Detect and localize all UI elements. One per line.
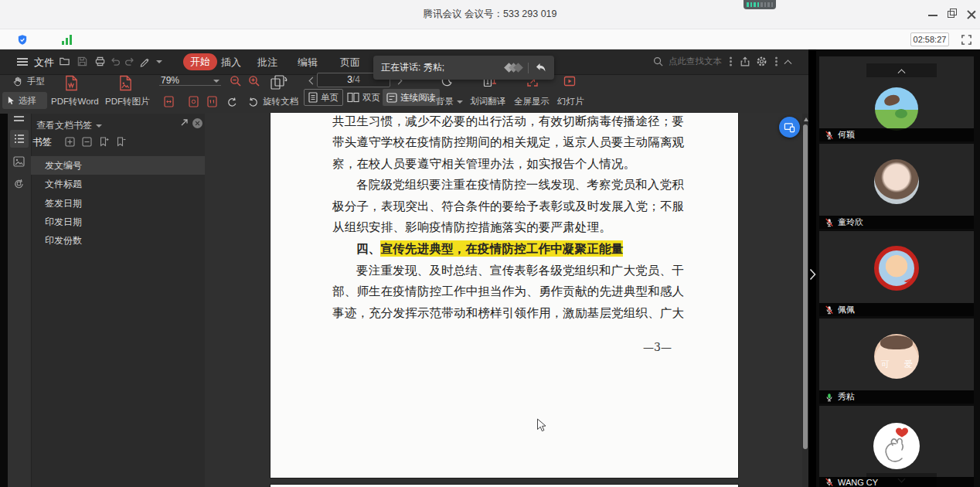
- participants-sidebar: 何颖 童玲欣 佩佩 可 爱: [816, 49, 980, 487]
- doc-line: 部、师生在疫情防控工作中担当作为、勇作贡献的先进典型和感人: [332, 281, 678, 302]
- close-button[interactable]: [965, 9, 978, 21]
- find-text-control[interactable]: 点此查找文本: [653, 56, 791, 67]
- bookmark-item[interactable]: 印发日期: [31, 213, 205, 231]
- bookmark-item[interactable]: 印发份数: [31, 231, 205, 250]
- sidebar-expand-icon[interactable]: [809, 268, 816, 281]
- doc-line: 察，在校人员要遵守相关管理办法，如实报告个人情况。: [332, 154, 678, 175]
- side-rail: [8, 114, 31, 487]
- translate-label[interactable]: 划词翻译: [470, 96, 505, 107]
- tab-start[interactable]: 开始: [183, 53, 217, 70]
- redo-icon[interactable]: [124, 56, 135, 67]
- open-folder-icon[interactable]: [59, 56, 70, 67]
- fullscreen-icon[interactable]: [961, 34, 972, 46]
- pdf-to-word-icon[interactable]: [64, 75, 79, 91]
- bookmark-section-label: 书签: [32, 136, 52, 149]
- participant-tile[interactable]: 童玲欣: [819, 144, 974, 229]
- select-tool[interactable]: 选择: [2, 92, 47, 109]
- page-current: 3: [347, 74, 352, 85]
- panel-close-icon[interactable]: [192, 118, 202, 128]
- collapse-bookmark-icon[interactable]: [82, 137, 92, 147]
- hand-tool[interactable]: 手型: [12, 76, 45, 87]
- participant-tile[interactable]: 佩佩: [819, 231, 974, 316]
- rotate-right-icon[interactable]: [226, 97, 238, 108]
- participant-name: 何颖: [838, 129, 855, 141]
- zoom-out-icon[interactable]: [230, 75, 242, 87]
- tab-page[interactable]: 页面: [340, 56, 360, 70]
- expand-bookmark-icon[interactable]: [65, 137, 75, 147]
- participant-name: WANG CY: [838, 478, 878, 487]
- reply-arrow-icon[interactable]: [535, 63, 546, 73]
- share-icon[interactable]: [740, 56, 750, 67]
- wps-logo-icon: [508, 64, 522, 71]
- sign-pen-icon[interactable]: [139, 56, 151, 67]
- document-viewport[interactable]: 共卫生习惯，减少不必要的出行活动，有效切断病毒传播途径；要 带头遵守学校在疫情防…: [205, 113, 802, 487]
- zoom-level-value[interactable]: 79%: [161, 75, 179, 86]
- restore-button[interactable]: [948, 9, 960, 21]
- rail-menu-icon[interactable]: [14, 116, 24, 117]
- doc-line: 极分子，表现突出、符合条件的要给予表彰或及时发展入党；不服: [332, 196, 678, 217]
- search-placeholder: 点此查找文本: [669, 56, 722, 67]
- slideshow-label[interactable]: 幻灯片: [557, 96, 584, 107]
- panel-header-label: 查看文档书签: [36, 119, 92, 132]
- participant-tile[interactable]: 何颖: [819, 56, 974, 141]
- save-icon[interactable]: [77, 56, 88, 67]
- security-shield-icon[interactable]: [17, 34, 28, 46]
- tab-insert[interactable]: 插入: [221, 56, 241, 70]
- tab-annotate[interactable]: 批注: [257, 56, 277, 70]
- pdf-app-window: 文件 开始 插入 批注 编辑 页面 保护 工具 点此查找文本: [0, 49, 808, 487]
- print-icon[interactable]: [94, 56, 106, 67]
- file-menu[interactable]: 文件: [34, 56, 54, 70]
- background-control[interactable]: 背景: [436, 96, 463, 107]
- search-more-icon[interactable]: [730, 60, 732, 63]
- doc-line: 要注重发现、及时总结、宣传表彰各级党组织和广大党员、干: [332, 261, 678, 281]
- quickbar-dropdown-icon[interactable]: [156, 60, 162, 63]
- bookmark-list-icon: [14, 134, 25, 144]
- participant-name-bar: 童玲欣: [819, 216, 974, 229]
- tab-edit[interactable]: 编辑: [298, 56, 318, 70]
- collapse-videos-button[interactable]: [866, 63, 937, 77]
- rotate-doc-icon[interactable]: [270, 74, 288, 90]
- undo-icon[interactable]: [110, 56, 121, 67]
- thumbnail-panel-icon[interactable]: [13, 156, 25, 167]
- minimize-button[interactable]: [928, 9, 937, 16]
- speaking-toast-text: 正在讲话: 秀粘;: [381, 61, 508, 74]
- settings-gear-icon[interactable]: [756, 56, 767, 67]
- mobile-view-float-button[interactable]: [779, 117, 800, 138]
- single-page-mode[interactable]: 单页: [304, 89, 343, 106]
- avatar-baby-face: 可 爱: [874, 334, 919, 379]
- fit-width-icon[interactable]: [164, 96, 174, 107]
- bookmark-item[interactable]: 发文编号: [31, 156, 205, 175]
- panel-expand-icon[interactable]: [180, 118, 189, 127]
- delete-bookmark-icon[interactable]: [116, 137, 126, 147]
- signal-strength-icon[interactable]: [62, 35, 72, 45]
- bookmark-item[interactable]: 签发日期: [31, 194, 205, 213]
- rotate-doc-label[interactable]: 旋转文档: [263, 96, 298, 107]
- continuous-read-mode[interactable]: 连续阅读: [383, 89, 440, 106]
- pdf-convert-panel-icon[interactable]: [13, 178, 25, 189]
- fullscreen-display-label[interactable]: 全屏显示: [514, 96, 550, 107]
- panel-header[interactable]: 查看文档书签: [36, 119, 102, 132]
- mic-active-icon: [825, 393, 834, 402]
- participant-tile[interactable]: 可 爱 秀粘: [819, 318, 974, 404]
- fit-page-icon[interactable]: [189, 96, 199, 107]
- add-bookmark-icon[interactable]: [99, 137, 109, 147]
- pdf-to-image-label[interactable]: PDF转图片: [105, 96, 150, 107]
- cursor-icon: [7, 96, 15, 106]
- participant-tile[interactable]: WANG CY: [819, 406, 974, 487]
- zoom-dropdown-icon[interactable]: [213, 80, 219, 83]
- actual-size-icon[interactable]: [207, 96, 217, 107]
- mouse-cursor: [536, 418, 546, 433]
- pdf-to-word-label[interactable]: PDF转Word: [51, 96, 99, 107]
- more-options-icon[interactable]: [775, 60, 778, 63]
- zoom-in-icon[interactable]: [248, 75, 260, 87]
- hand-icon: [12, 76, 23, 87]
- rotate-left-icon[interactable]: [247, 97, 259, 108]
- hamburger-menu-icon[interactable]: [17, 58, 28, 60]
- doc-scrollbar-thumb[interactable]: [803, 124, 808, 449]
- bookmark-item[interactable]: 文件标题: [31, 175, 205, 193]
- mic-muted-icon: [825, 218, 834, 227]
- pdf-to-image-icon[interactable]: [118, 75, 133, 91]
- collapse-ribbon-icon[interactable]: [784, 60, 792, 67]
- slideshow-icon[interactable]: [563, 75, 576, 87]
- doc-line: 共卫生习惯，减少不必要的出行活动，有效切断病毒传播途径；要: [332, 113, 678, 132]
